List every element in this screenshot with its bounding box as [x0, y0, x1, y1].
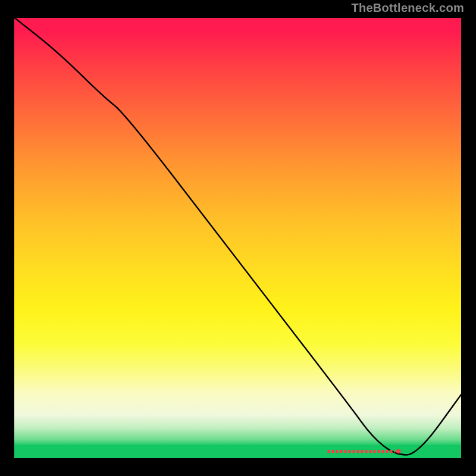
chart-container: TheBottleneck.com — [0, 0, 476, 476]
marker-dot — [396, 449, 400, 453]
bottleneck-curve — [13, 17, 462, 455]
plot-area — [13, 17, 462, 459]
attribution-text: TheBottleneck.com — [351, 1, 464, 15]
curve-svg — [13, 17, 462, 459]
